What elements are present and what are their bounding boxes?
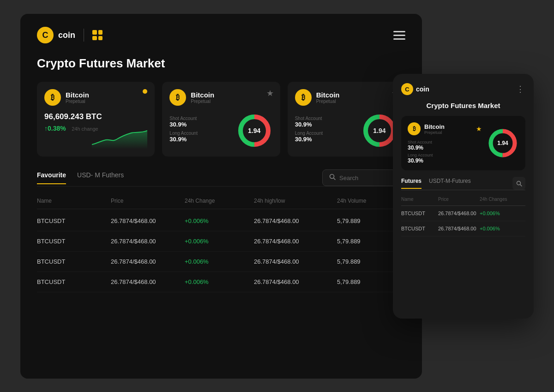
td-name: BTCUSDT [37, 258, 111, 265]
donut-value-2: 1.94 [373, 127, 385, 134]
mobile-shot-label: Shot Account [408, 140, 482, 145]
mobile-long-label: Long Account [408, 153, 482, 157]
mobile-donut-chart: 1.94 [487, 127, 519, 159]
td-change: +0.006% [185, 258, 254, 265]
logo-area: C coin [37, 27, 102, 43]
mobile-table-row[interactable]: BTCUSDT 26.7874/$468.00 +0.006% [401, 221, 525, 236]
mobile-logo-area: C coin [401, 83, 429, 95]
main-panel: C coin Crypto Futures Market ₿ Bitcoin P… [20, 14, 422, 379]
mobile-th-change: 24h Changes [480, 197, 512, 202]
card-title-wrap-2: Bitcoin Prepetual [191, 91, 214, 104]
bitcoin-donut-card-2: ₿ Bitcoin Prepetual ★ Shot Account 30.9%… [288, 82, 405, 157]
mobile-donut-value: 1.94 [497, 140, 508, 146]
donut-chart-1: 1.94 [236, 112, 273, 149]
mobile-shot-row: Shot Account 30.9% [408, 140, 482, 151]
card-dot [143, 89, 147, 94]
card-donut-content-2: Shot Account 30.9% Long Account 30.9% 1.… [295, 112, 398, 149]
shot-value: 30.9% [169, 121, 228, 128]
card-stats-2: Shot Account 30.9% Long Account 30.9% [295, 116, 354, 145]
mobile-coin-sub: Prepetual [424, 130, 445, 135]
card-stats-1: Shot Account 30.9% Long Account 30.9% [169, 116, 228, 145]
td-highlow: 26.7874/$468.00 [254, 258, 337, 265]
mobile-td-name: BTCUSDT [401, 211, 438, 216]
svg-line-7 [334, 178, 336, 180]
mobile-td-name: BTCUSDT [401, 226, 438, 231]
mobile-td-price: 26.7874/$468.00 [438, 211, 480, 216]
mobile-logo-text: coin [416, 85, 429, 93]
td-change: +0.006% [185, 217, 254, 224]
shot-account-row: Shot Account 30.9% [169, 116, 228, 128]
td-highlow: 26.7874/$468.00 [254, 238, 337, 245]
search-icon [329, 174, 336, 182]
btc-icon-3: ₿ [295, 89, 312, 106]
card-subtitle-3: Prepetual [316, 99, 340, 104]
logo-icon: C [37, 27, 54, 43]
mobile-long-row: Long Account 30.9% [408, 153, 482, 164]
search-input[interactable] [339, 175, 395, 181]
mobile-stats: Shot Account 30.9% Long Account 30.9% [408, 140, 482, 164]
mobile-search-button[interactable] [512, 177, 525, 190]
long-label: Long Account [169, 131, 228, 136]
header: C coin [37, 27, 405, 43]
table-body: BTCUSDT 26.7874/$468.00 +0.006% 26.7874/… [37, 211, 405, 292]
td-highlow: 26.7874/$468.00 [254, 217, 337, 224]
td-price: 26.7874/$468.00 [111, 238, 185, 245]
bitcoin-chart-card: ₿ Bitcoin Prepetual 96,609.243 BTC ↑0.38… [37, 82, 155, 157]
mobile-tabs-row: Futures USDT-M-Futures [401, 177, 525, 190]
mobile-bitcoin-card: ₿ Bitcoin Prepetual ★ Shot Account 30.9%… [401, 116, 525, 170]
long-label-2: Long Account [295, 131, 354, 136]
td-price: 26.7874/$468.00 [111, 278, 185, 285]
mobile-star-icon[interactable]: ★ [476, 125, 482, 133]
mobile-coin-name: Bitcoin [424, 123, 445, 130]
table-row[interactable]: BTCUSDT 26.7874/$468.00 +0.006% 26.7874/… [37, 211, 405, 231]
mobile-page-title: Crypto Futures Market [401, 102, 525, 109]
mobile-tab-usdt[interactable]: USDT-M-Futures [429, 178, 471, 189]
mini-chart [92, 126, 147, 149]
table-row[interactable]: BTCUSDT 26.7874/$468.00 +0.006% 26.7874/… [37, 231, 405, 252]
td-name: BTCUSDT [37, 217, 111, 224]
table-row[interactable]: BTCUSDT 26.7874/$468.00 +0.006% 26.7874/… [37, 272, 405, 292]
mobile-coin-info: Bitcoin Prepetual [424, 123, 445, 135]
card-coin-name: Bitcoin [66, 91, 89, 99]
shot-value-2: 30.9% [295, 121, 354, 128]
star-icon-1[interactable]: ★ [266, 88, 274, 98]
mobile-btc-icon: ₿ [408, 122, 421, 135]
mobile-tab-futures[interactable]: Futures [401, 178, 422, 189]
card-header-3: ₿ Bitcoin Prepetual ★ [295, 89, 398, 106]
mobile-td-price: 26.7874/$468.00 [438, 226, 480, 231]
card-title-wrap-3: Bitcoin Prepetual [316, 91, 340, 104]
mobile-menu-icon[interactable]: ⋮ [516, 84, 525, 94]
mobile-card-left: ₿ Bitcoin Prepetual ★ Shot Account 30.9%… [408, 122, 482, 164]
donut-chart-2: 1.94 [361, 112, 398, 149]
card-header-2: ₿ Bitcoin Prepetual ★ [169, 89, 272, 106]
btc-icon-2: ₿ [169, 89, 186, 106]
td-price: 26.7874/$468.00 [111, 258, 185, 265]
card-donut-content-1: Shot Account 30.9% Long Account 30.9% 1.… [169, 112, 272, 149]
th-change: 24h Change [185, 198, 254, 204]
mobile-panel: C coin ⋮ Crypto Futures Market ₿ Bitcoin… [393, 74, 534, 319]
card-price: 96,609.243 BTC [44, 112, 147, 121]
th-price: Price [111, 198, 185, 204]
tab-favourite[interactable]: Favourite [37, 171, 66, 184]
mobile-td-change: +0.006% [480, 211, 512, 216]
table-row[interactable]: BTCUSDT 26.7874/$468.00 +0.006% 26.7874/… [37, 252, 405, 272]
td-change: +0.006% [185, 278, 254, 285]
card-coin-name-2: Bitcoin [191, 91, 214, 99]
mobile-table-header: Name Price 24h Changes [401, 195, 525, 206]
donut-value-1: 1.94 [248, 127, 260, 134]
mobile-table-row[interactable]: BTCUSDT 26.7874/$468.00 +0.006% [401, 206, 525, 221]
mobile-th-name: Name [401, 197, 438, 202]
btc-icon: ₿ [44, 89, 61, 106]
tab-usd-futures[interactable]: USD- M Futhers [77, 171, 124, 184]
grid-icon[interactable] [92, 30, 102, 40]
td-price: 26.7874/$468.00 [111, 217, 185, 224]
mobile-table-body: BTCUSDT 26.7874/$468.00 +0.006% BTCUSDT … [401, 206, 525, 236]
long-account-row-2: Long Account 30.9% [295, 131, 354, 143]
divider [84, 29, 84, 42]
hamburger-menu[interactable] [393, 31, 405, 40]
card-subtitle-2: Prepetual [191, 99, 214, 104]
mobile-th-price: Price [438, 197, 480, 202]
th-name: Name [37, 198, 111, 204]
mobile-shot-value: 30.9% [408, 145, 482, 151]
mobile-td-change: +0.006% [480, 226, 512, 231]
